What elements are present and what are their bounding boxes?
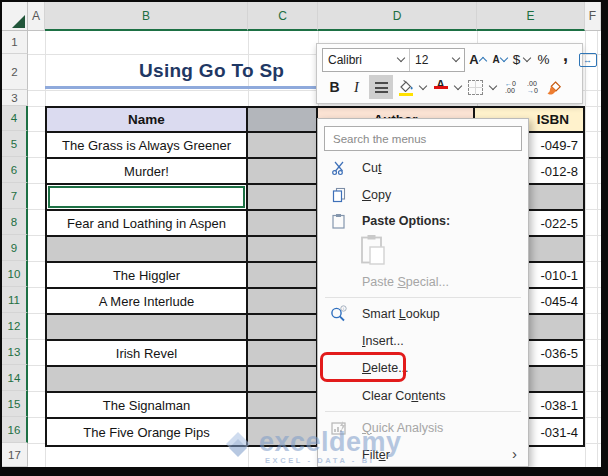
grow-font-button[interactable]: A bbox=[468, 48, 487, 72]
cell-B16[interactable]: The Five Orange Pips bbox=[47, 419, 248, 445]
fill-color-icon bbox=[398, 79, 414, 96]
row-header-14[interactable]: 14 bbox=[2, 365, 28, 391]
cell-C13[interactable] bbox=[248, 341, 318, 367]
svg-text:i: i bbox=[342, 306, 344, 311]
accounting-format-button[interactable]: $ bbox=[512, 48, 531, 72]
cell-C9[interactable] bbox=[248, 237, 318, 263]
row-header-4[interactable]: 4 bbox=[2, 106, 28, 131]
column-header-B[interactable]: B bbox=[45, 2, 248, 31]
cell-B13[interactable]: Irish Revel bbox=[47, 341, 248, 367]
column-header-D[interactable]: D bbox=[318, 2, 477, 31]
menu-search-input[interactable] bbox=[325, 133, 521, 145]
row-header-10[interactable]: 10 bbox=[2, 261, 28, 287]
cell-C8[interactable] bbox=[248, 211, 318, 237]
font-size-value: 12 bbox=[415, 53, 428, 67]
align-lines-icon bbox=[375, 82, 388, 93]
cell-B15[interactable]: The Signalman bbox=[47, 393, 248, 419]
row-header-16[interactable]: 16 bbox=[2, 417, 28, 443]
italic-button[interactable]: I bbox=[347, 75, 366, 99]
cell-C10[interactable] bbox=[248, 263, 318, 289]
row-header-12[interactable]: 12 bbox=[2, 313, 28, 339]
column-width-button[interactable]: ↔ bbox=[578, 48, 597, 72]
cell-B12[interactable] bbox=[47, 315, 248, 341]
menu-item-cut[interactable]: Cut bbox=[318, 154, 528, 181]
toolbar-row-1: Calibri 12 A A $ % , ↔ bbox=[322, 46, 577, 73]
row-header-8[interactable]: 8 bbox=[2, 209, 28, 235]
row-header-9[interactable]: 9 bbox=[2, 235, 28, 261]
cell-C6[interactable] bbox=[248, 159, 318, 185]
fill-color-button[interactable] bbox=[396, 75, 415, 99]
menu-item-label: Quick Analysis bbox=[362, 421, 443, 435]
column-width-icon: ↔ bbox=[579, 53, 597, 67]
font-name-select[interactable]: Calibri bbox=[323, 49, 410, 71]
cell-B11[interactable]: A Mere Interlude bbox=[47, 289, 248, 315]
cell-C15[interactable] bbox=[248, 393, 318, 419]
cell-B7[interactable] bbox=[47, 185, 248, 211]
row-header-17[interactable]: 17 bbox=[2, 443, 28, 467]
cell-C5[interactable] bbox=[248, 133, 318, 159]
paste-button-disabled[interactable] bbox=[318, 234, 528, 268]
menu-item-delete[interactable]: Delete... bbox=[318, 354, 528, 382]
cell-B5[interactable]: The Grass is Always Greener bbox=[47, 133, 248, 159]
row-header-15[interactable]: 15 bbox=[2, 391, 28, 417]
menu-item-clear-contents[interactable]: Clear Contents bbox=[318, 382, 528, 409]
cell-B4[interactable]: Name bbox=[47, 108, 248, 133]
menu-item-label: Clear Contents bbox=[362, 389, 445, 403]
column-header-E[interactable]: E bbox=[477, 2, 585, 31]
cell-B6[interactable]: Murder! bbox=[47, 159, 248, 185]
menu-item-label: Paste Options: bbox=[362, 214, 450, 228]
borders-icon bbox=[468, 80, 483, 95]
frame-border bbox=[601, 0, 608, 476]
align-center-button[interactable] bbox=[369, 75, 393, 99]
row-header-7[interactable]: 7 bbox=[2, 183, 28, 209]
select-all-corner[interactable] bbox=[2, 2, 28, 31]
shrink-font-button[interactable]: A bbox=[490, 48, 509, 72]
chevron-down-icon bbox=[454, 82, 462, 90]
context-menu: Cut Copy Paste Options: P bbox=[317, 118, 529, 467]
cell-C11[interactable] bbox=[248, 289, 318, 315]
menu-item-smart-lookup[interactable]: i Smart Lookup bbox=[318, 300, 528, 327]
font-color-dropdown[interactable] bbox=[453, 75, 463, 99]
font-color-button[interactable]: A bbox=[431, 75, 450, 99]
borders-button[interactable] bbox=[466, 75, 485, 99]
menu-item-paste-options: Paste Options: bbox=[318, 208, 528, 234]
paste-clipboard-icon bbox=[360, 234, 386, 270]
cell-B14[interactable] bbox=[47, 367, 248, 393]
column-header-C[interactable]: C bbox=[248, 2, 318, 31]
column-header-F[interactable]: F bbox=[585, 2, 601, 31]
cell-C14[interactable] bbox=[248, 367, 318, 393]
menu-item-copy[interactable]: Copy bbox=[318, 181, 528, 208]
bold-button[interactable]: B bbox=[325, 75, 344, 99]
row-header-5[interactable]: 5 bbox=[2, 131, 28, 157]
font-combo-group: Calibri 12 bbox=[322, 48, 465, 72]
chevron-down-icon bbox=[397, 54, 405, 62]
row-header-2[interactable]: 2 bbox=[2, 54, 28, 90]
row-header-11[interactable]: 11 bbox=[2, 287, 28, 313]
font-size-select[interactable]: 12 bbox=[410, 49, 464, 71]
row-header-13[interactable]: 13 bbox=[2, 339, 28, 365]
borders-dropdown[interactable] bbox=[488, 75, 498, 99]
menu-item-insert[interactable]: Insert... bbox=[318, 327, 528, 354]
cell-C4[interactable] bbox=[248, 108, 318, 133]
gridline bbox=[597, 31, 598, 467]
cell-B8[interactable]: Fear and Loathing in Aspen bbox=[47, 211, 248, 237]
quick-analysis-icon bbox=[329, 418, 348, 437]
cell-C12[interactable] bbox=[248, 315, 318, 341]
row-header-3[interactable]: 3 bbox=[2, 90, 28, 106]
cell-C16[interactable] bbox=[248, 419, 318, 445]
gridline bbox=[585, 31, 586, 467]
cell-B10[interactable]: The Higgler bbox=[47, 263, 248, 289]
menu-item-filter[interactable]: Filter › bbox=[318, 441, 528, 468]
row-header-6[interactable]: 6 bbox=[2, 157, 28, 183]
row-header-1[interactable]: 1 bbox=[2, 31, 28, 54]
increase-decimal-button[interactable]: .00 →0 bbox=[523, 75, 542, 99]
decrease-decimal-button[interactable]: ←0 .00 bbox=[501, 75, 520, 99]
format-painter-button[interactable] bbox=[545, 75, 564, 99]
cell-C7[interactable] bbox=[248, 185, 318, 211]
column-header-A[interactable]: A bbox=[28, 2, 45, 31]
percent-style-button[interactable]: % bbox=[534, 48, 553, 72]
comma-style-button[interactable]: , bbox=[556, 48, 575, 72]
menu-search-box bbox=[324, 126, 522, 151]
cell-B9[interactable] bbox=[47, 237, 248, 263]
fill-color-dropdown[interactable] bbox=[418, 75, 428, 99]
